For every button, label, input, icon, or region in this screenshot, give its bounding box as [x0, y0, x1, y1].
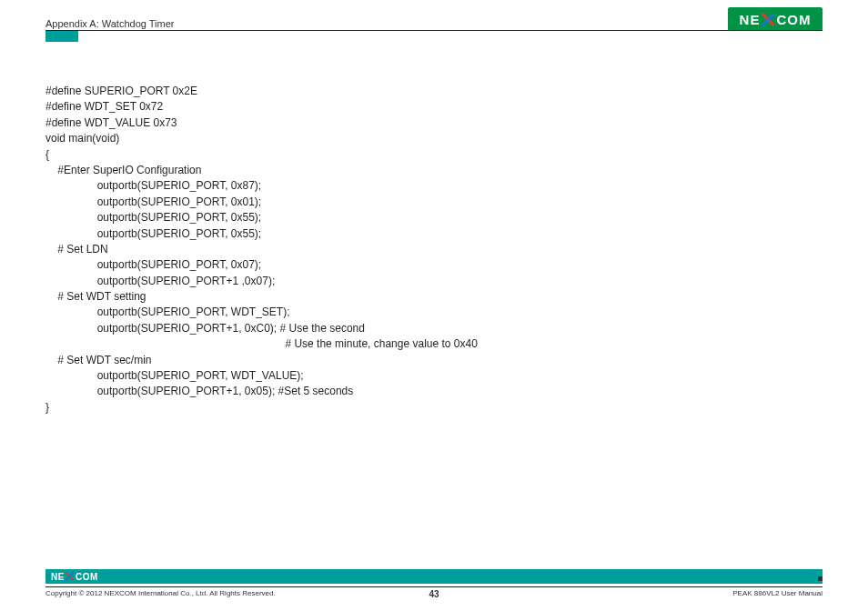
code-line: outportb(SUPERIO_PORT, 0x55);	[45, 210, 823, 225]
code-line: # Use the minute, change value to 0x40	[45, 336, 823, 352]
code-line: void main(void)	[45, 131, 823, 146]
code-line: # Set WDT sec/min	[45, 353, 823, 368]
logo-x-icon	[761, 12, 775, 26]
header-tab-marker	[45, 31, 78, 42]
footer-rule	[45, 586, 823, 587]
code-line: }	[45, 400, 823, 416]
code-line: #Enter SuperIO Configuration	[45, 163, 823, 178]
header-rule	[45, 30, 823, 31]
logo-left: NE	[740, 12, 761, 27]
code-line: outportb(SUPERIO_PORT, WDT_SET);	[45, 305, 823, 320]
manual-title: PEAK 886VL2 User Manual	[732, 589, 823, 597]
code-block: #define SUPERIO_PORT 0x2E #define WDT_SE…	[45, 84, 823, 416]
code-line: #define WDT_SET 0x72	[45, 99, 823, 115]
footer-x-icon	[66, 572, 75, 581]
footer-logo-left: NE	[51, 572, 65, 582]
code-line: #define SUPERIO_PORT 0x2E	[45, 84, 823, 99]
code-line: # Set LDN	[45, 242, 823, 257]
code-line: outportb(SUPERIO_PORT, 0x07);	[45, 257, 823, 273]
code-line: #define WDT_VALUE 0x73	[45, 115, 823, 131]
page-number: 43	[429, 589, 439, 599]
brand-logo: NE COM	[728, 7, 823, 31]
code-line: outportb(SUPERIO_PORT, WDT_VALUE);	[45, 368, 823, 384]
code-line: # Set WDT setting	[45, 289, 823, 305]
code-line: outportb(SUPERIO_PORT+1, 0x05); #Set 5 s…	[45, 384, 823, 399]
logo-right: COM	[776, 12, 811, 27]
code-line: outportb(SUPERIO_PORT, 0x01);	[45, 195, 823, 210]
code-line: outportb(SUPERIO_PORT+1 ,0x07);	[45, 274, 823, 289]
code-line: {	[45, 147, 823, 163]
code-line: outportb(SUPERIO_PORT, 0x55);	[45, 226, 823, 242]
header-title: Appendix A: Watchdog Timer	[45, 18, 174, 29]
code-line: outportb(SUPERIO_PORT, 0x87);	[45, 178, 823, 194]
footer-square-decor	[804, 569, 823, 584]
footer-logo-right: COM	[76, 572, 98, 582]
code-line: outportb(SUPERIO_PORT+1, 0xC0); # Use th…	[45, 321, 823, 336]
copyright-text: Copyright © 2012 NEXCOM International Co…	[45, 589, 276, 597]
footer-band: NE COM	[45, 569, 823, 584]
